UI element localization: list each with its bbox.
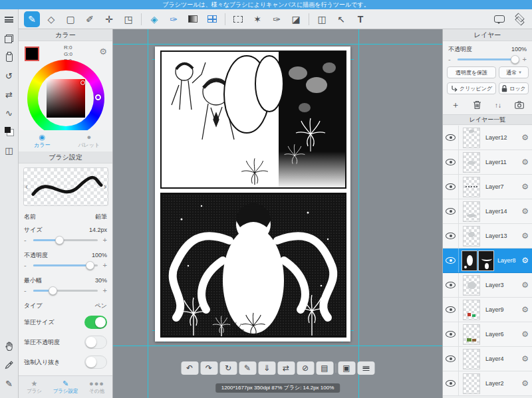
layer-settings-button[interactable]: ⚙	[521, 175, 529, 199]
paint-tool-button[interactable]: ✑	[166, 11, 182, 27]
layer-thumbnail[interactable]	[463, 373, 480, 394]
reset-view-button[interactable]: ↻	[219, 361, 237, 375]
memo-button[interactable]: ▤	[316, 361, 333, 375]
pen-tool-button[interactable]: ✎	[0, 374, 18, 393]
text-tool-button[interactable]: T	[352, 11, 368, 27]
disable-touch-button[interactable]: ⊘	[297, 361, 314, 375]
layer-opacity-knob[interactable]	[511, 55, 519, 64]
duplicate-button[interactable]	[0, 29, 18, 48]
layer-row[interactable]: Layer12 ⚙	[443, 126, 532, 150]
brush-preview[interactable]: ‹ ›	[23, 167, 108, 206]
magic-wand-tool-button[interactable]: ✶	[249, 11, 265, 27]
divide-tool-button[interactable]: ◫	[314, 11, 330, 27]
foreground-color-swatch[interactable]	[25, 47, 39, 61]
clipboard-button[interactable]	[0, 48, 18, 66]
protect-alpha-button[interactable]: 透明度を保護	[447, 66, 496, 78]
main-menu-button[interactable]	[0, 9, 18, 29]
operation-tool-button[interactable]: ↖	[333, 11, 349, 27]
layer-opacity-minus[interactable]: -	[448, 54, 451, 64]
layer-thumbnail[interactable]	[463, 324, 480, 345]
tab-brush-settings[interactable]: ✎ ブラシ設定	[50, 376, 81, 398]
transform-tool-button[interactable]: ◳	[120, 11, 136, 27]
layer-row[interactable]: Layer11 ⚙	[443, 150, 532, 175]
material-button[interactable]: ▣	[338, 361, 355, 375]
redo-button[interactable]: ↷	[200, 361, 217, 375]
layer-row[interactable]: Layer7 ⚙	[443, 175, 532, 199]
minwidth-track[interactable]	[33, 290, 98, 292]
opacity-slider[interactable]: - +	[24, 260, 107, 270]
tab-others[interactable]: ●●● その他	[81, 376, 112, 398]
panel-tool-button[interactable]	[204, 11, 220, 27]
layer-opacity-track[interactable]	[458, 58, 517, 60]
layer-settings-button[interactable]: ⚙	[521, 150, 529, 175]
visibility-toggle[interactable]	[443, 224, 459, 248]
hue-cursor[interactable]	[95, 94, 101, 100]
layer-row[interactable]: Layer6 ⚙	[443, 322, 532, 347]
layer-thumbnail[interactable]	[463, 152, 480, 173]
size-track[interactable]	[33, 239, 98, 241]
layer-row[interactable]: Layer3 ⚙	[443, 273, 532, 298]
visibility-toggle[interactable]	[443, 371, 459, 395]
layer-thumbnail[interactable]	[462, 250, 477, 271]
visibility-toggle[interactable]	[443, 126, 459, 149]
minwidth-minus[interactable]: -	[24, 286, 27, 295]
layer-row[interactable]: Layer9 ⚙	[443, 298, 532, 322]
fill-tool-button[interactable]: ◈	[146, 11, 162, 27]
layer-row[interactable]: Layer2 ⚙	[443, 371, 532, 396]
rotate-canvas-button[interactable]: ↺	[0, 66, 18, 85]
layer-thumbnail[interactable]	[463, 177, 480, 197]
minwidth-plus[interactable]: +	[103, 286, 107, 295]
visibility-toggle[interactable]	[443, 273, 459, 297]
select-pen-tool-button[interactable]: ✑	[269, 11, 285, 27]
layer-settings-button[interactable]: ⚙	[521, 322, 529, 347]
layer-row-selected[interactable]: Layer8 ⚙	[443, 249, 532, 273]
visibility-toggle[interactable]	[443, 322, 459, 346]
delete-layer-button[interactable]	[468, 100, 485, 110]
tab-brush-list[interactable]: ★ ブラシ	[19, 376, 50, 398]
select-eraser-tool-button[interactable]: ◪	[288, 11, 304, 27]
visibility-toggle[interactable]	[443, 347, 459, 371]
layer-settings-button[interactable]: ⚙	[521, 199, 529, 224]
flip-view-button[interactable]: ⇄	[277, 361, 295, 375]
blend-mode-select[interactable]: 通常 ▾	[499, 66, 529, 78]
color-settings-button[interactable]: ⚙	[99, 47, 107, 56]
pen-quick-button[interactable]: ✎	[239, 361, 256, 375]
pressure-opacity-toggle[interactable]	[84, 336, 107, 349]
snap-button[interactable]: ∿	[0, 104, 18, 122]
visibility-toggle[interactable]	[443, 150, 459, 174]
layers-panel-button[interactable]	[511, 11, 527, 27]
size-plus[interactable]: +	[103, 235, 107, 245]
opacity-plus[interactable]: +	[103, 260, 107, 270]
tab-color[interactable]: ◉ カラー	[19, 130, 66, 151]
layer-thumbnail[interactable]	[463, 349, 480, 369]
color-swatch-button[interactable]	[0, 122, 18, 141]
layer-row[interactable]: Layer14 ⚙	[443, 199, 532, 224]
add-layer-button[interactable]: ＋	[447, 99, 464, 111]
hand-tool-button[interactable]	[0, 337, 18, 355]
brush-tool-button[interactable]: ✎	[24, 11, 40, 27]
saturation-value-square[interactable]	[47, 79, 85, 118]
opacity-track[interactable]	[33, 264, 98, 266]
size-slider[interactable]: - +	[24, 235, 107, 245]
layer-row[interactable]: Layer13 ⚙	[443, 224, 532, 249]
layer-settings-button[interactable]: ⚙	[521, 273, 529, 298]
save-button[interactable]: ⇓	[258, 361, 275, 375]
clipping-button[interactable]: クリッピング	[447, 82, 496, 94]
layer-thumbnail[interactable]	[463, 275, 480, 296]
quick-menu-button[interactable]	[357, 361, 374, 375]
shape-tool-button[interactable]: ▢	[63, 11, 78, 27]
pressure-size-toggle[interactable]	[84, 316, 107, 329]
undo-button[interactable]: ↶	[181, 361, 198, 375]
size-minus[interactable]: -	[24, 235, 27, 245]
layer-settings-button[interactable]: ⚙	[521, 371, 529, 396]
minwidth-slider[interactable]: - +	[24, 286, 107, 295]
prev-brush-button[interactable]: ‹	[25, 182, 28, 191]
minwidth-knob[interactable]	[49, 286, 57, 295]
window-button[interactable]: ◫	[0, 141, 18, 159]
layer-thumbnail[interactable]	[463, 201, 480, 222]
layer-row[interactable]: Layer4 ⚙	[443, 347, 532, 371]
layer-settings-button[interactable]: ⚙	[521, 249, 529, 273]
size-knob[interactable]	[55, 236, 64, 245]
layer-thumbnail[interactable]	[478, 250, 494, 271]
layer-thumbnail[interactable]	[463, 300, 480, 320]
